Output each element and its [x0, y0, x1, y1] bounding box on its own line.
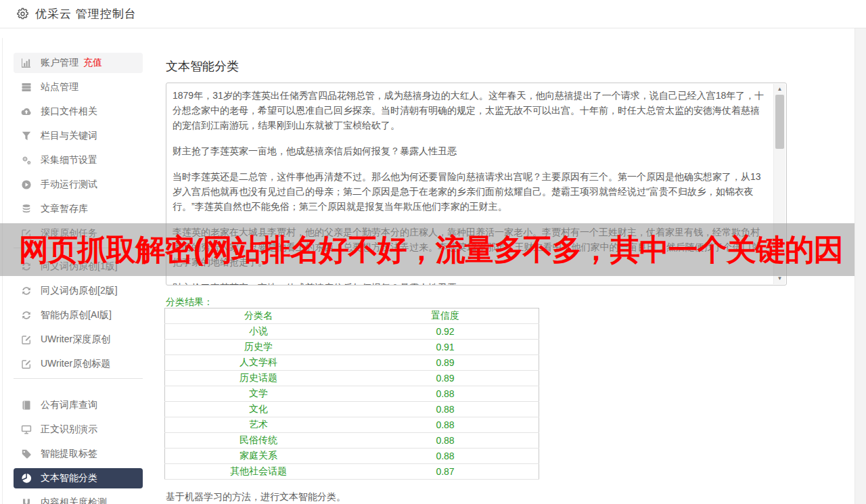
- sidebar-item-site-management[interactable]: 站点管理: [14, 77, 143, 97]
- column-header-category: 分类名: [165, 308, 352, 324]
- sidebar-nav: 账户管理充值站点管理接口文件相关栏目与关键词采集细节设置手动运行测试文章暂存库深…: [14, 53, 143, 504]
- confidence-cell: 0.88: [352, 417, 539, 433]
- sidebar-item-label: 正文识别演示: [41, 423, 97, 436]
- category-cell: 历史话题: [165, 371, 352, 386]
- pie-chart-icon: [21, 473, 32, 484]
- sidebar-item-uwriter-deep-original[interactable]: UWriter深度原创: [14, 329, 143, 350]
- watermark-banner: 网页抓取解密(网站排名好不好，流量多不多，其中一个关键的因: [0, 223, 854, 276]
- sidebar-item-label: 账户管理: [41, 57, 78, 69]
- edit-icon: [21, 359, 32, 369]
- recharge-badge[interactable]: 充值: [83, 57, 102, 69]
- sidebar-item-label: 公有词库查询: [41, 399, 97, 411]
- table-row: 文学0.88: [165, 386, 539, 402]
- confidence-cell: 0.88: [352, 449, 539, 464]
- paragraph: 财主抢了李莲英家一亩地，他成慈禧亲信后如何报复？暴露人性丑恶: [173, 143, 769, 158]
- edit-icon: [21, 334, 32, 345]
- sidebar-item-label: 文本智能分类: [41, 472, 97, 484]
- sidebar-item-label: 站点管理: [41, 81, 78, 93]
- page-scrollbar[interactable]: [854, 28, 866, 504]
- scroll-up-icon[interactable]: ▲: [774, 85, 785, 94]
- sidebar-item-label: UWriter原创标题: [41, 358, 110, 370]
- table-row: 其他社会话题0.87: [165, 464, 539, 480]
- paragraph: 财主抢了李莲英家一亩地，他成慈禧亲信后如何报复？暴露人性丑恶: [173, 280, 769, 285]
- app-title: 优采云 管理控制台: [35, 6, 137, 22]
- watermark-text: 网页抓取解密(网站排名好不好，流量多不多，其中一个关键的因: [0, 230, 843, 270]
- confidence-cell: 0.88: [352, 402, 539, 417]
- scrollbar-thumb[interactable]: [775, 95, 784, 149]
- sidebar-item-text-classification[interactable]: 文本智能分类: [14, 468, 143, 488]
- table-row: 历史话题0.89: [165, 371, 539, 386]
- sidebar-item-public-lexicon-query[interactable]: 公有词库查询: [14, 395, 143, 415]
- sidebar-item-smart-tag-extraction[interactable]: 智能提取标签: [14, 444, 143, 464]
- sidebar-item-ai-rewrite[interactable]: 智能伪原创[AI版]: [14, 305, 143, 325]
- footnote-text: 基于机器学习的方法，进行文本智能分类。: [166, 491, 346, 503]
- magnet-icon: [21, 497, 32, 504]
- table-row: 小说0.92: [165, 324, 539, 340]
- sidebar-item-synonym-rewrite-v2[interactable]: 同义词伪原创[2版]: [14, 281, 143, 301]
- sidebar-item-label: 同义词伪原创[2版]: [41, 285, 118, 297]
- table-row: 文化0.88: [165, 402, 539, 417]
- category-cell: 民俗传统: [165, 433, 352, 449]
- page-title: 文本智能分类: [166, 58, 239, 74]
- confidence-cell: 0.87: [352, 464, 539, 480]
- gears-icon: [21, 155, 32, 166]
- app-header: 优采云 管理控制台: [0, 0, 866, 28]
- table-row: 民俗传统0.88: [165, 433, 539, 449]
- category-cell: 小说: [165, 324, 352, 340]
- table-row: 艺术0.88: [165, 417, 539, 433]
- sidebar-item-interface-files[interactable]: 接口文件相关: [14, 101, 143, 122]
- classification-table: 分类名 置信度 小说0.92历史学0.91人文学科0.89历史话题0.89文学0…: [164, 308, 539, 480]
- play-circle-icon: [21, 179, 32, 190]
- category-cell: 文学: [165, 386, 352, 402]
- sidebar-item-manual-run-test[interactable]: 手动运行测试: [14, 175, 143, 195]
- filter-icon: [21, 131, 32, 141]
- category-cell: 其他社会话题: [165, 464, 352, 480]
- sidebar-item-columns-keywords[interactable]: 栏目与关键词: [14, 126, 143, 146]
- confidence-cell: 0.88: [352, 433, 539, 449]
- sidebar-divider: [14, 378, 143, 379]
- sidebar-item-label: 手动运行测试: [41, 179, 97, 191]
- category-cell: 文化: [165, 402, 352, 417]
- confidence-cell: 0.89: [352, 371, 539, 386]
- table-header-row: 分类名 置信度: [165, 308, 539, 324]
- monitor-icon: [21, 424, 32, 435]
- table-row: 家庭关系0.88: [165, 449, 539, 464]
- column-header-confidence: 置信度: [352, 308, 539, 324]
- sidebar-item-label: 采集细节设置: [41, 154, 97, 166]
- sidebar-item-article-staging[interactable]: 文章暂存库: [14, 199, 143, 219]
- confidence-cell: 0.88: [352, 386, 539, 402]
- tag-icon: [21, 449, 32, 459]
- confidence-cell: 0.89: [352, 355, 539, 371]
- sidebar-item-label: 内容相关度检测: [41, 497, 107, 504]
- refresh-icon: [21, 285, 32, 296]
- paragraph: 当时李莲英还是二总管，这件事他再清楚不过。那么他为何还要冒险向慈禧请求出宫呢？主…: [173, 169, 769, 214]
- category-cell: 人文学科: [165, 355, 352, 371]
- sidebar-item-label: UWriter深度原创: [41, 334, 110, 346]
- confidence-cell: 0.91: [352, 340, 539, 355]
- database-icon: [21, 204, 32, 214]
- refresh-icon: [21, 310, 32, 321]
- sidebar-item-content-recognition-demo[interactable]: 正文识别演示: [14, 419, 143, 440]
- cloud-upload-icon: [21, 106, 32, 117]
- sidebar-item-label: 智能伪原创[AI版]: [41, 309, 112, 321]
- sidebar-item-label: 接口文件相关: [41, 106, 97, 118]
- sidebar-item-label: 栏目与关键词: [41, 130, 97, 142]
- confidence-cell: 0.92: [352, 324, 539, 340]
- sidebar-item-uwriter-original-title[interactable]: UWriter原创标题: [14, 354, 143, 374]
- paragraph: 1879年，31岁的李莲英出任储秀宫四品花翎总管，成为慈禧身边的大红人。这年春天…: [173, 88, 769, 133]
- table-row: 人文学科0.89: [165, 355, 539, 371]
- gear-icon: [16, 7, 29, 20]
- book-icon: [21, 400, 32, 411]
- category-cell: 历史学: [165, 340, 352, 355]
- sidebar-item-account-management[interactable]: 账户管理充值: [14, 53, 143, 73]
- sidebar-item-label: 智能提取标签: [41, 448, 97, 460]
- table-row: 历史学0.91: [165, 340, 539, 355]
- sidebar-item-collection-settings[interactable]: 采集细节设置: [14, 150, 143, 170]
- result-label: 分类结果：: [166, 296, 213, 308]
- server-icon: [21, 82, 32, 93]
- category-cell: 艺术: [165, 417, 352, 433]
- app-window: 优采云 管理控制台 账户管理充值站点管理接口文件相关栏目与关键词采集细节设置手动…: [0, 0, 866, 504]
- category-cell: 家庭关系: [165, 449, 352, 464]
- sidebar-item-content-relevance-check[interactable]: 内容相关度检测: [14, 492, 143, 504]
- bar-chart-icon: [21, 58, 32, 68]
